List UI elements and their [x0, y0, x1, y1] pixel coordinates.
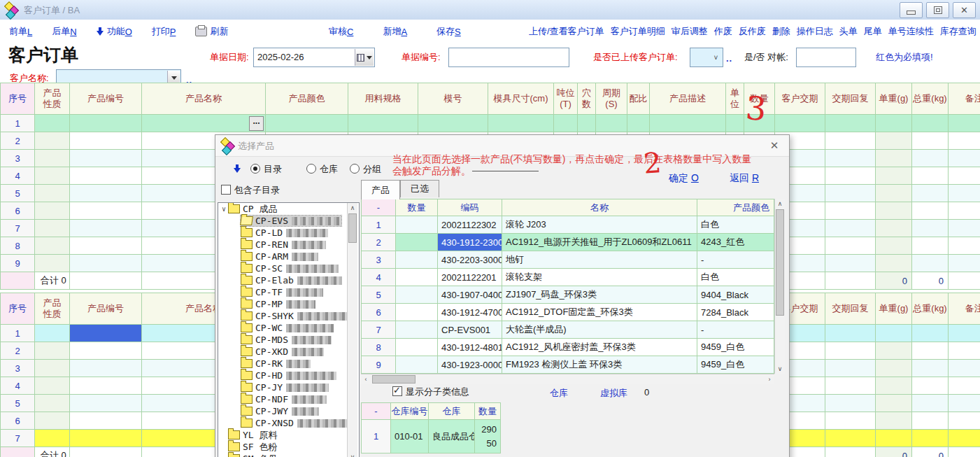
- cell[interactable]: [949, 167, 980, 185]
- product-row[interactable]: 8430-1912-4801AC1912_风机座密封盖_环保3类9459_白色: [361, 339, 774, 356]
- cell[interactable]: [912, 325, 949, 342]
- close-button[interactable]: ✕: [953, 2, 976, 18]
- color-cell[interactable]: 白色: [697, 269, 774, 286]
- radio-group[interactable]: 分组: [350, 163, 381, 176]
- cell[interactable]: [949, 342, 980, 360]
- cell[interactable]: [876, 412, 912, 430]
- code-cell[interactable]: 430-1923-0000: [438, 356, 502, 374]
- cell[interactable]: [876, 395, 912, 412]
- cell[interactable]: [825, 220, 876, 237]
- product-row[interactable]: 7CP-EVS001大轮盖(半成品)-: [361, 321, 774, 339]
- cell[interactable]: [949, 132, 980, 150]
- restore-button[interactable]: [926, 2, 949, 18]
- cell[interactable]: [949, 255, 980, 272]
- tree-item-CP-Elab[interactable]: CP-Elab: [218, 274, 359, 286]
- cell[interactable]: ...: [142, 115, 266, 132]
- toolbar-link-审后调整[interactable]: 审后调整: [672, 25, 708, 38]
- cell[interactable]: [912, 342, 949, 360]
- cell[interactable]: [70, 377, 142, 395]
- tree-item-CP-SHYK[interactable]: CP-SHYK: [218, 310, 359, 322]
- cell[interactable]: [825, 167, 876, 185]
- cell[interactable]: [70, 237, 142, 255]
- chevron-down-icon[interactable]: ∨: [220, 205, 228, 213]
- tree-item-CP-XKD[interactable]: CP-XKD: [218, 346, 359, 358]
- cell[interactable]: [876, 185, 912, 202]
- tree-item-CP-HD[interactable]: CP-HD: [218, 370, 359, 381]
- toolbar-link-反作废[interactable]: 反作废: [739, 25, 766, 38]
- qty-cell[interactable]: [396, 269, 438, 286]
- cell[interactable]: [949, 202, 980, 220]
- cell[interactable]: [70, 342, 142, 360]
- toolbar-link-新增[interactable]: 新增A: [383, 25, 407, 38]
- color-cell[interactable]: 9404_Black: [697, 286, 774, 304]
- cell[interactable]: [35, 150, 70, 167]
- cell[interactable]: [876, 360, 912, 377]
- minimize-button[interactable]: [900, 2, 923, 18]
- cell[interactable]: [70, 255, 142, 272]
- warehouse-code-cell[interactable]: 010-01: [391, 420, 429, 454]
- product-row[interactable]: 3430-2203-3000地钉-: [361, 251, 774, 269]
- cell[interactable]: [35, 342, 70, 360]
- back-button[interactable]: 返回 R: [730, 172, 759, 185]
- cell[interactable]: [876, 220, 912, 237]
- cell[interactable]: [949, 377, 980, 395]
- qty-cell[interactable]: [396, 251, 438, 269]
- qty-cell[interactable]: [396, 234, 438, 251]
- cell[interactable]: [876, 150, 912, 167]
- cell[interactable]: [35, 237, 70, 255]
- cell[interactable]: [35, 325, 70, 342]
- cell[interactable]: [912, 237, 949, 255]
- color-cell[interactable]: 9459_白色: [697, 339, 774, 356]
- cell[interactable]: [825, 255, 876, 272]
- cell[interactable]: [35, 220, 70, 237]
- doc-no-input[interactable]: [448, 48, 569, 67]
- calendar-icon[interactable]: [355, 49, 374, 66]
- cell[interactable]: [825, 150, 876, 167]
- cell[interactable]: [35, 395, 70, 412]
- qty-cell[interactable]: [396, 216, 438, 234]
- cell[interactable]: [554, 115, 578, 132]
- cell[interactable]: [912, 132, 949, 150]
- cell[interactable]: [35, 430, 70, 447]
- name-cell[interactable]: 地钉: [502, 251, 697, 269]
- qty-cell[interactable]: [396, 356, 438, 374]
- cell[interactable]: [876, 237, 912, 255]
- cell[interactable]: [744, 115, 775, 132]
- cell[interactable]: [35, 412, 70, 430]
- code-cell[interactable]: 430-2203-3000: [438, 251, 502, 269]
- name-cell[interactable]: 大轮盖(半成品): [502, 321, 697, 339]
- color-cell[interactable]: 7284_Black: [697, 304, 774, 321]
- cell[interactable]: [825, 202, 876, 220]
- cell[interactable]: [70, 412, 142, 430]
- tree-item-CP 成品[interactable]: ∨CP 成品: [218, 203, 359, 215]
- product-row[interactable]: 420021122201滚轮支架白色: [361, 269, 774, 286]
- tree-item-CP-JY[interactable]: CP-JY: [218, 381, 359, 393]
- qty-cell[interactable]: [396, 304, 438, 321]
- product-row[interactable]: 2430-1912-2300AC1912_电源开关推钮_用于ZL0609和ZL0…: [361, 234, 774, 251]
- cell[interactable]: [949, 360, 980, 377]
- cell[interactable]: [596, 115, 627, 132]
- tree-item-SM 色母[interactable]: SM 色母: [218, 453, 359, 457]
- cell[interactable]: [912, 430, 949, 447]
- toolbar-link-作废[interactable]: 作废: [714, 25, 732, 38]
- cell[interactable]: [949, 412, 980, 430]
- cell[interactable]: [825, 132, 876, 150]
- cell[interactable]: [825, 185, 876, 202]
- cell[interactable]: [488, 115, 554, 132]
- tree-item-YL 原料[interactable]: YL 原料: [218, 429, 359, 441]
- cell[interactable]: [912, 202, 949, 220]
- toolbar-link-尾单[interactable]: 尾单: [864, 25, 882, 38]
- cell[interactable]: [70, 167, 142, 185]
- cell[interactable]: [912, 167, 949, 185]
- cell[interactable]: [876, 342, 912, 360]
- grid-vscrollbar[interactable]: ∧ ∨: [774, 199, 785, 374]
- toolbar-link-头单[interactable]: 头单: [839, 25, 858, 38]
- code-cell[interactable]: 430-1912-2300: [438, 234, 502, 251]
- cell[interactable]: [825, 342, 876, 360]
- toolbar-link-库存查询[interactable]: 库存查询: [940, 25, 977, 38]
- cell[interactable]: [912, 395, 949, 412]
- name-cell[interactable]: 滚轮 J203: [502, 216, 697, 234]
- cell[interactable]: [876, 430, 912, 447]
- include-subdir-checkbox[interactable]: 包含子目录: [221, 184, 280, 197]
- tree-item-CP-SC[interactable]: CP-SC: [218, 262, 359, 274]
